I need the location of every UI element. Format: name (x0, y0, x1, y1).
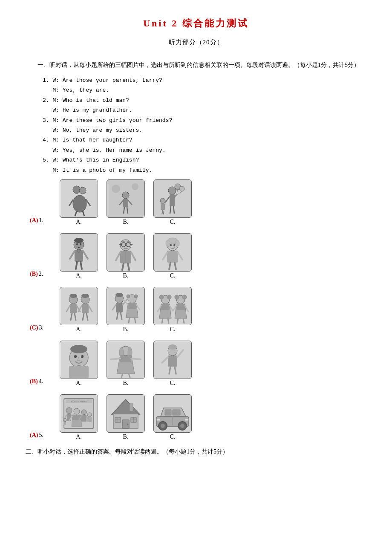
svg-point-91 (127, 295, 130, 298)
svg-point-19 (179, 186, 184, 191)
image-label-2b: B. (123, 272, 129, 279)
image-item-5c: C. (153, 394, 192, 440)
svg-point-108 (175, 295, 179, 299)
svg-point-34 (74, 238, 84, 243)
svg-rect-82 (107, 288, 144, 324)
svg-point-158 (63, 418, 66, 422)
image-box-4c (153, 341, 192, 379)
section2-instruction: 二、听小对话，选择正确的答案。每段对话读两遍。（每小题1分，共计5分） (26, 448, 366, 456)
figure-4b (107, 341, 144, 378)
svg-point-92 (134, 295, 138, 298)
svg-point-3 (73, 195, 86, 212)
svg-point-76 (81, 294, 89, 298)
svg-point-177 (161, 424, 165, 428)
dialog-line-9: 5. W: What's this in English? (43, 155, 366, 165)
svg-line-105 (162, 318, 163, 323)
image-item-4c: C. (153, 341, 192, 387)
image-label-3b: B. (123, 326, 129, 333)
figure-2c (154, 234, 191, 271)
svg-rect-174 (165, 410, 171, 415)
svg-text:FAMILY PHOTO: FAMILY PHOTO (71, 401, 86, 403)
page-title: Unit 2 综合能力测试 (26, 17, 366, 30)
dialog-line-7: 4. M: Is that her daughter? (43, 135, 366, 145)
image-box-2a (60, 233, 98, 272)
image-label-3c: C. (170, 326, 176, 333)
image-item-5b: B. (107, 394, 145, 440)
image-label-2a: A. (76, 272, 82, 279)
image-group-2: A. (60, 233, 192, 279)
image-item-1c: C. (153, 179, 192, 225)
image-item-5a: FAMILY PHOTO (60, 394, 98, 440)
figure-1a (61, 180, 97, 217)
svg-point-2 (79, 187, 86, 194)
question-row-2: (B)2. (30, 233, 366, 279)
dialog-line-2: M: Yes, they are. (43, 85, 366, 95)
image-group-5: FAMILY PHOTO (60, 394, 192, 440)
image-box-4b (107, 341, 145, 379)
image-box-5c (153, 394, 192, 433)
svg-rect-162 (130, 404, 133, 411)
svg-rect-135 (168, 356, 177, 367)
svg-line-128 (111, 358, 120, 359)
svg-rect-62 (167, 251, 178, 263)
svg-rect-153 (81, 415, 86, 422)
figure-3c (154, 288, 191, 324)
svg-point-84 (115, 293, 123, 297)
dialog-line-8: W: Yes, she is. Her name is Jenny. (43, 145, 366, 155)
svg-line-106 (168, 318, 169, 323)
image-item-2c: C. (153, 233, 192, 279)
svg-point-101 (167, 295, 171, 299)
figure-5b (107, 395, 144, 432)
figure-3b (107, 288, 144, 324)
figure-1c (154, 180, 191, 217)
svg-rect-85 (116, 303, 123, 312)
svg-point-100 (159, 295, 164, 299)
dialog-lines: 1. W: Are those your parents, Larry? M: … (43, 75, 366, 175)
svg-rect-29 (161, 203, 165, 210)
svg-rect-93 (128, 303, 136, 309)
image-box-4a (60, 341, 98, 379)
image-group-4: A. (60, 341, 192, 387)
svg-line-97 (135, 318, 135, 323)
svg-line-113 (177, 318, 178, 323)
question-label-1: (A)1. (30, 217, 60, 225)
svg-line-96 (129, 318, 130, 323)
svg-point-121 (81, 355, 83, 356)
svg-rect-175 (173, 410, 180, 415)
svg-rect-12 (123, 199, 128, 207)
figure-1b (107, 180, 144, 217)
image-label-1c: C. (170, 219, 176, 225)
question-row-5: (A)5. FAMILY PHOTO (30, 394, 366, 440)
question-label-4: (B)4. (30, 378, 60, 387)
svg-point-109 (182, 295, 187, 299)
question-label-5: (A)5. (30, 432, 60, 440)
question-row-4: (B)4. (30, 341, 366, 387)
image-box-3a (60, 287, 98, 325)
svg-line-114 (183, 318, 184, 323)
image-item-3a: A. (60, 287, 98, 333)
svg-point-59 (175, 240, 179, 247)
image-label-1a: A. (76, 219, 82, 225)
image-box-1c (153, 179, 192, 218)
image-label-4c: C. (170, 380, 176, 387)
svg-rect-181 (185, 419, 188, 421)
svg-point-148 (74, 408, 80, 414)
svg-point-28 (160, 198, 165, 203)
figure-4c (154, 341, 191, 378)
image-item-4a: A. (60, 341, 98, 387)
question-row-1: (A)1. A. (30, 179, 366, 225)
image-box-1b (107, 179, 145, 218)
svg-rect-70 (70, 304, 77, 313)
svg-point-152 (81, 410, 86, 415)
svg-rect-102 (161, 304, 170, 310)
svg-rect-122 (69, 366, 89, 378)
image-label-3a: A. (76, 326, 82, 333)
image-label-5c: C. (170, 434, 176, 440)
image-group-1: A. B. (60, 179, 192, 225)
figure-5a: FAMILY PHOTO (61, 395, 97, 432)
question-row-3: (C)3. (30, 287, 366, 333)
dialog-line-10: M: It is a photo of my family. (43, 165, 366, 175)
dialog-line-1: 1. W: Are those your parents, Larry? (43, 75, 366, 85)
figure-2a (61, 234, 97, 271)
dialog-line-3: 2. M: Who is that old man? (43, 95, 366, 105)
